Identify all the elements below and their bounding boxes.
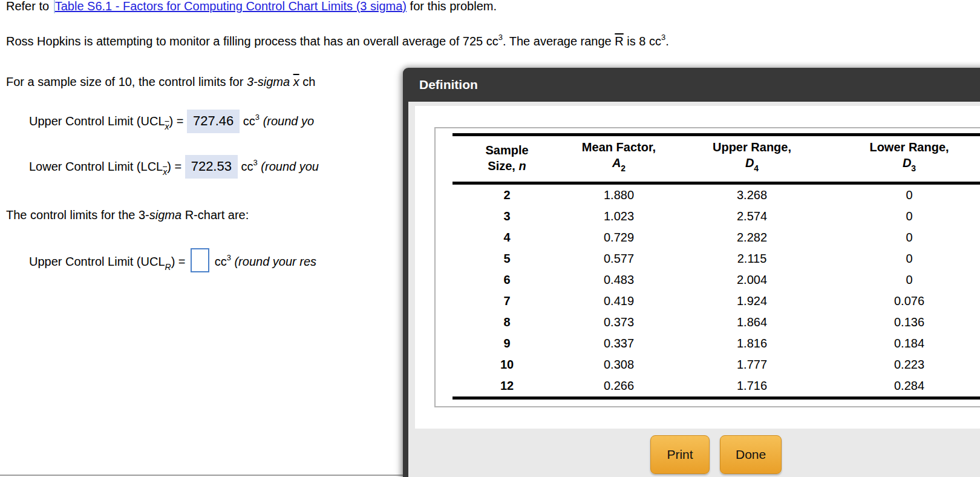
popup-body: SampleSize, nMean Factor,A2Upper Range,D… xyxy=(408,102,980,477)
table-cell: 5 xyxy=(452,248,561,269)
table-cell: 0.337 xyxy=(561,333,676,354)
done-button[interactable]: Done xyxy=(720,435,782,474)
table-row: 60.4832.0040 xyxy=(452,269,980,291)
table-row: 50.5772.1150 xyxy=(452,248,980,269)
r-chart-prompt: The control limits for the 3-sigma R-cha… xyxy=(6,208,249,222)
definition-popup: Definition SampleSize, nMean Factor,A2Up… xyxy=(403,68,980,477)
header-row: SampleSize, nMean Factor,A2Upper Range,D… xyxy=(452,135,980,183)
table-cell: 0.729 xyxy=(561,227,676,248)
table-cell: 1.880 xyxy=(561,183,676,206)
refer-line: Refer to Table S6.1 - Factors for Comput… xyxy=(6,0,497,13)
ucl-xbar-answer[interactable]: 727.46 xyxy=(187,110,240,133)
table-cell: 0.076 xyxy=(828,291,980,312)
factors-table-head: SampleSize, nMean Factor,A2Upper Range,D… xyxy=(452,135,980,183)
factors-table-body: 21.8803.268031.0232.574040.7292.282050.5… xyxy=(452,183,980,398)
table-cell: 2 xyxy=(452,183,561,206)
table-cell: 12 xyxy=(452,375,561,398)
table-cell: 10 xyxy=(452,354,561,375)
problem-statement: Ross Hopkins is attempting to monitor a … xyxy=(6,33,669,48)
table-cell: 0.483 xyxy=(561,269,676,291)
table-cell: 1.864 xyxy=(676,312,828,333)
table-cell: 3 xyxy=(452,206,561,227)
table-row: 80.3731.8640.136 xyxy=(452,312,980,333)
table-cell: 4 xyxy=(452,227,561,248)
table-cell: 0.136 xyxy=(828,312,980,333)
table-cell: 0.577 xyxy=(561,248,676,269)
table-cell: 0.308 xyxy=(561,354,676,375)
table-cell: 2.115 xyxy=(676,248,828,269)
print-button[interactable]: Print xyxy=(650,435,710,474)
table-cell: 0 xyxy=(828,183,980,206)
table-cell: 1.023 xyxy=(561,206,676,227)
xbar-chart-prompt: For a sample size of 10, the control lim… xyxy=(6,75,315,89)
table-row: 70.4191.9240.076 xyxy=(452,291,980,312)
lcl-xbar-answer[interactable]: 722.53 xyxy=(185,155,238,179)
column-header: Lower Range,D3 xyxy=(828,135,980,183)
table-cell: 0.223 xyxy=(828,354,980,375)
ucl-xbar-line: Upper Control Limit (UCLx) = 727.46 cc3 … xyxy=(29,113,314,131)
ucl-r-input[interactable] xyxy=(191,248,209,272)
table-cell: 0.266 xyxy=(561,375,676,398)
table-cell: 0.373 xyxy=(561,312,676,333)
table-cell: 0.184 xyxy=(828,333,980,354)
table-cell: 1.924 xyxy=(676,291,828,312)
table-cell: 7 xyxy=(452,291,561,312)
table-row: 40.7292.2820 xyxy=(452,227,980,248)
table-cell: 8 xyxy=(452,312,561,333)
table-cell: 6 xyxy=(452,269,561,291)
popup-title: Definition xyxy=(419,77,478,92)
column-header: Mean Factor,A2 xyxy=(561,135,676,183)
table-panel: SampleSize, nMean Factor,A2Upper Range,D… xyxy=(434,127,980,407)
column-header: Upper Range,D4 xyxy=(676,135,828,183)
table-cell: 1.777 xyxy=(676,354,828,375)
table-cell: 0 xyxy=(828,227,980,248)
table-cell: 0 xyxy=(828,206,980,227)
column-header: SampleSize, n xyxy=(452,135,561,183)
table-cell: 9 xyxy=(452,333,561,354)
lcl-xbar-line: Lower Control Limit (LCLx) = 722.53 cc3 … xyxy=(29,158,319,177)
table-cell: 2.282 xyxy=(676,227,828,248)
table-row: 31.0232.5740 xyxy=(452,206,980,227)
popup-footer: Print Done xyxy=(408,429,980,477)
popup-header: Definition xyxy=(403,68,980,102)
table-cell: 0 xyxy=(828,269,980,291)
table-cell: 1.716 xyxy=(676,375,828,398)
table-cell: 0.419 xyxy=(561,291,676,312)
table-row: 100.3081.7770.223 xyxy=(452,354,980,375)
table-cell: 0.284 xyxy=(828,375,980,398)
table-s61-link[interactable]: Table S6.1 - Factors for Computing Contr… xyxy=(55,0,407,13)
table-cell: 2.004 xyxy=(676,269,828,291)
ucl-r-line: Upper Control Limit (UCLR) = cc3 (round … xyxy=(29,248,316,272)
table-row: 120.2661.7160.284 xyxy=(452,375,980,398)
factors-table: SampleSize, nMean Factor,A2Upper Range,D… xyxy=(452,133,980,400)
table-cell: 0 xyxy=(828,248,980,269)
table-cell: 2.574 xyxy=(676,206,828,227)
table-cell: 3.268 xyxy=(676,183,828,206)
table-row: 90.3371.8160.184 xyxy=(452,333,980,354)
table-row: 21.8803.2680 xyxy=(452,183,980,206)
table-cell: 1.816 xyxy=(676,333,828,354)
popup-content: SampleSize, nMean Factor,A2Upper Range,D… xyxy=(415,106,980,429)
